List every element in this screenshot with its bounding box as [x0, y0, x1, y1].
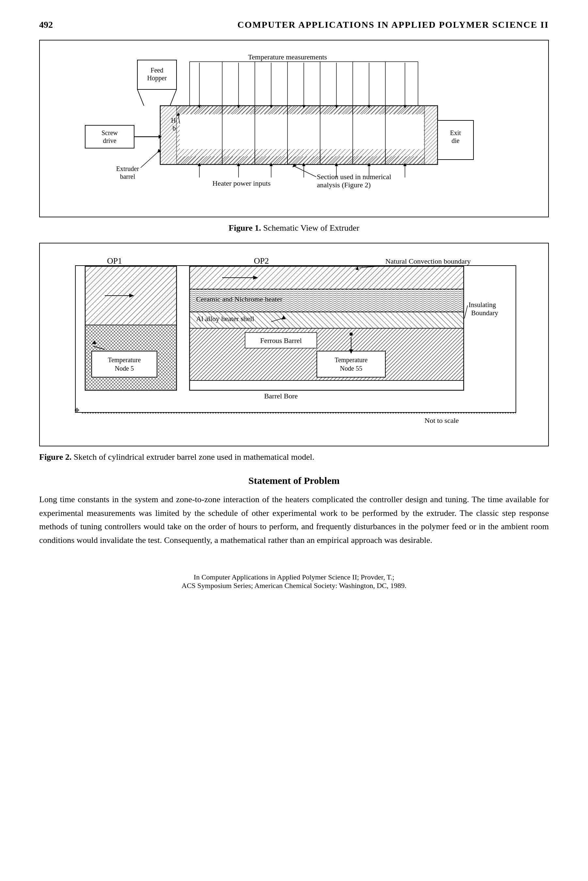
page-number: 492 [39, 19, 53, 30]
svg-text:analysis (Figure 2): analysis (Figure 2) [317, 181, 370, 189]
svg-text:die: die [452, 137, 460, 144]
svg-line-9 [170, 89, 177, 106]
svg-text:Heater power inputs: Heater power inputs [212, 179, 270, 187]
figure2-caption-bold: Figure 2. [39, 452, 72, 462]
svg-text:Boundary: Boundary [471, 309, 498, 317]
svg-text:Ceramic and Nichrome heater: Ceramic and Nichrome heater [196, 295, 283, 303]
figure1-caption-bold: Figure 1. [229, 223, 261, 233]
svg-text:Screw: Screw [102, 129, 118, 136]
footer-line1: In Computer Applications in Applied Poly… [39, 573, 549, 581]
svg-line-85 [294, 166, 316, 177]
svg-text:Temperature: Temperature [108, 356, 141, 364]
page-title: COMPUTER APPLICATIONS IN APPLIED POLYMER… [237, 19, 549, 30]
svg-text:Barrel Bore: Barrel Bore [264, 392, 298, 400]
svg-text:Not to scale: Not to scale [424, 417, 459, 424]
svg-text:Temperature: Temperature [335, 356, 368, 364]
svg-rect-109 [92, 351, 157, 377]
footer: In Computer Applications in Applied Poly… [39, 573, 549, 590]
svg-line-8 [137, 89, 144, 106]
svg-text:Ferrous Barrel: Ferrous Barrel [260, 336, 302, 345]
barrel-zone-schematic: Ferrous Barrel Temperature Node 5 Temper… [66, 253, 522, 436]
svg-text:Exit: Exit [450, 129, 461, 136]
figure1-caption: Figure 1. Schematic View of Extruder [39, 223, 549, 233]
svg-line-131 [464, 306, 468, 318]
svg-rect-34 [180, 115, 424, 149]
svg-point-117 [350, 333, 353, 336]
figure2-caption-text: Sketch of cylindrical extruder barrel zo… [72, 452, 314, 462]
statement-body: Long time constants in the system and zo… [39, 493, 549, 547]
svg-text:barrel: barrel [120, 173, 135, 180]
svg-text:Insulating: Insulating [469, 301, 496, 309]
svg-text:Node 5: Node 5 [115, 365, 134, 372]
extruder-schematic: Feed Hopper Temperature measurements Hea… [66, 50, 522, 207]
svg-text:Section used in numerical: Section used in numerical [317, 172, 391, 181]
figure1-container: Feed Hopper Temperature measurements Hea… [39, 40, 549, 217]
figure2-caption: Figure 2. Sketch of cylindrical extruder… [39, 452, 549, 462]
svg-rect-112 [317, 351, 386, 377]
figure2-container: Ferrous Barrel Temperature Node 5 Temper… [39, 243, 549, 446]
figure1-caption-text: Schematic View of Extruder [261, 223, 359, 233]
page-header: 492 COMPUTER APPLICATIONS IN APPLIED POL… [39, 19, 549, 30]
svg-text:OP2: OP2 [254, 256, 269, 265]
svg-text:Natural Convection boundary: Natural Convection boundary [386, 257, 471, 265]
svg-text:Al alloy heater shell: Al alloy heater shell [196, 315, 254, 323]
svg-text:Extruder: Extruder [116, 165, 139, 172]
footer-line2: ACS Symposium Series; American Chemical … [39, 581, 549, 590]
svg-text:OP1: OP1 [107, 256, 122, 265]
svg-rect-42 [85, 125, 134, 148]
svg-text:Hopper: Hopper [147, 74, 167, 82]
svg-text:drive: drive [103, 137, 116, 144]
svg-text:Node 55: Node 55 [340, 365, 362, 372]
svg-line-80 [141, 151, 159, 168]
svg-text:Feed: Feed [151, 67, 164, 74]
svg-text:Temperature measurements: Temperature measurements [248, 53, 327, 61]
statement-heading: Statement of Problem [39, 475, 549, 486]
